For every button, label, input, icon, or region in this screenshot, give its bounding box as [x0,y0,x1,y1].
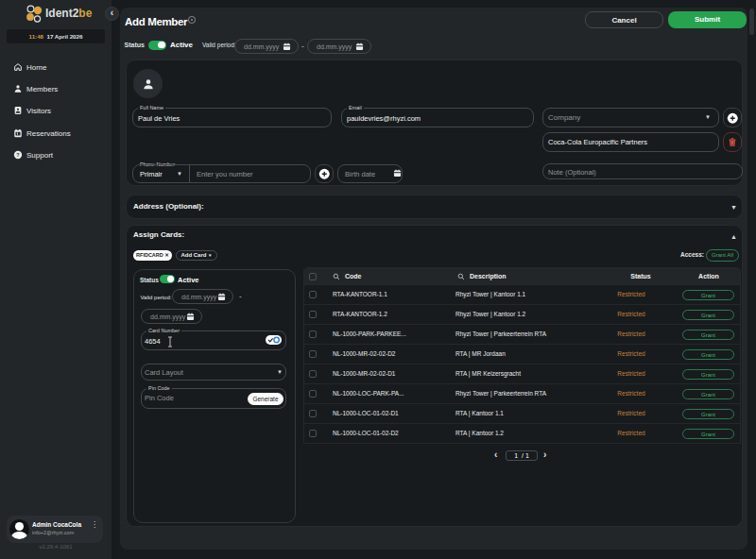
svg-text:?: ? [16,152,19,158]
